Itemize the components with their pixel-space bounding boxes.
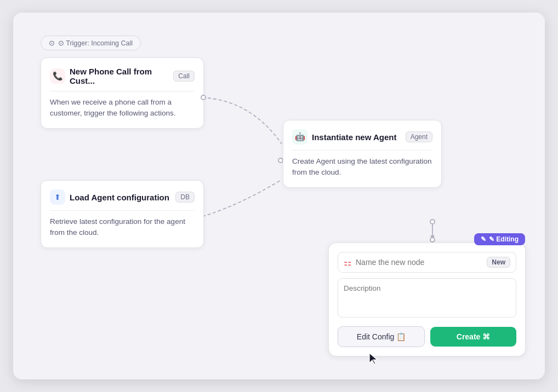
node-new-badge: New — [487, 257, 510, 268]
node-type-icon: ⚏ — [344, 257, 351, 268]
agent-card-badge: Agent — [406, 131, 432, 142]
conn-dot-phone-out — [201, 95, 206, 100]
edit-config-button[interactable]: Edit Config 📋 — [338, 326, 425, 347]
edit-config-label: Edit Config 📋 — [357, 332, 406, 341]
node-actions: Edit Config 📋 Create ⌘ — [338, 326, 516, 347]
phone-card-badge: Call — [173, 71, 195, 82]
trigger-icon: ⊙ — [49, 39, 55, 47]
db-card-desc: Retrieve latest configuration for the ag… — [50, 216, 195, 239]
conn-dot-agent-out — [430, 219, 435, 224]
db-icon: ⬆ — [50, 189, 65, 205]
agent-card-divider — [292, 150, 432, 151]
phone-icon: 📞 — [50, 68, 65, 84]
db-card-title: Load Agent configuration — [70, 193, 171, 202]
node-description-input[interactable] — [338, 278, 516, 318]
create-button[interactable]: Create ⌘ — [430, 327, 516, 347]
db-card-divider — [50, 210, 195, 211]
create-label: Create ⌘ — [457, 332, 490, 341]
node-name-input[interactable] — [356, 258, 482, 267]
phone-card-header: 📞 New Phone Call from Cust... Call — [50, 67, 195, 85]
editing-badge: ✎ ✎ Editing — [474, 233, 525, 245]
db-card-header: ⬆ Load Agent configuration DB — [50, 189, 195, 205]
agent-icon: 🤖 — [292, 129, 308, 145]
conn-dot-newnode-in — [430, 237, 435, 243]
phone-card-divider — [50, 91, 195, 91]
trigger-text: ⊙ Trigger: Incoming Call — [58, 39, 133, 47]
agent-card-desc: Create Agent using the latest configurat… — [292, 156, 432, 178]
editing-label: ✎ Editing — [489, 235, 519, 243]
trigger-label: ⊙ ⊙ Trigger: Incoming Call — [41, 36, 141, 50]
agent-card-header: 🤖 Instantiate new Agent Agent — [292, 129, 432, 145]
phone-card-title: New Phone Call from Cust... — [70, 67, 169, 85]
phone-card: 📞 New Phone Call from Cust... Call When … — [41, 57, 204, 129]
workflow-canvas: ⊙ ⊙ Trigger: Incoming Call 📞 New Phone C… — [13, 13, 545, 379]
db-card-badge: DB — [175, 192, 195, 203]
agent-card-title: Instantiate new Agent — [312, 132, 401, 142]
editing-icon: ✎ — [481, 235, 486, 243]
db-card: ⬆ Load Agent configuration DB Retrieve l… — [41, 180, 204, 248]
agent-card: 🤖 Instantiate new Agent Agent Create Age… — [283, 120, 442, 188]
new-node-card: ✎ ✎ Editing ⚏ New Edit Config 📋 Create ⌘ — [328, 243, 526, 356]
phone-card-desc: When we receive a phone call from a cust… — [50, 97, 195, 119]
node-name-row[interactable]: ⚏ New — [338, 252, 516, 273]
